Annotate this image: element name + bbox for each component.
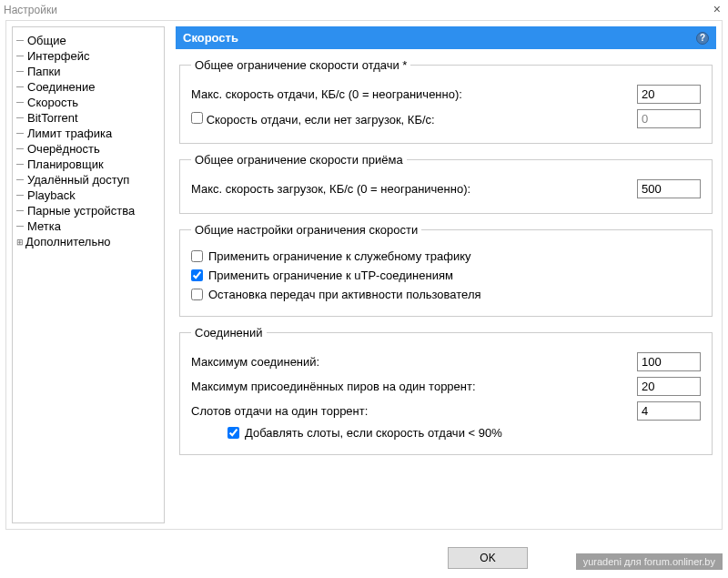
max-peers-input[interactable] — [637, 377, 701, 396]
watermark: yuradeni для forum.onliner.by — [576, 553, 723, 570]
sidebar-item-general[interactable]: Общие — [16, 33, 160, 48]
max-download-label: Макс. скорость загрузок, КБ/с (0 = неогр… — [191, 182, 637, 196]
sidebar-item-queue[interactable]: Очерёдность — [16, 141, 160, 157]
sidebar-item-scheduler[interactable]: Планировщик — [16, 157, 160, 172]
sidebar-item-speed[interactable]: Скорость — [16, 95, 160, 110]
alt-upload-input — [637, 109, 701, 128]
max-download-input[interactable] — [637, 179, 701, 198]
sidebar-item-paired-devices[interactable]: Парные устройства — [16, 203, 160, 218]
titlebar: Настройки × — [0, 0, 728, 20]
upload-limit-legend: Общее ограничение скорости отдачи * — [191, 58, 410, 72]
close-icon[interactable]: × — [713, 2, 721, 16]
max-upload-input[interactable] — [637, 85, 701, 104]
max-peers-label: Максимум присоединённых пиров на один то… — [191, 380, 637, 393]
download-limit-legend: Общее ограничение скорости приёма — [191, 153, 407, 167]
download-limit-group: Общее ограничение скорости приёма Макс. … — [179, 153, 713, 214]
upload-limit-group: Общее ограничение скорости отдачи * Макс… — [179, 58, 713, 144]
content-panel: Скорость ? Общее ограничение скорости от… — [170, 21, 722, 529]
overhead-checkbox[interactable] — [191, 250, 203, 262]
sidebar-item-bittorrent[interactable]: BitTorrent — [16, 110, 160, 126]
connections-group: Соединений Максимум соединений: Максимум… — [179, 326, 713, 455]
utp-label: Применить ограничение к uTP-соединениям — [208, 269, 453, 282]
extra-slots-label: Добавлять слоты, если скорость отдачи < … — [245, 426, 502, 440]
alt-upload-label: Скорость отдачи, если нет загрузок, КБ/с… — [191, 112, 637, 127]
sidebar-item-interface[interactable]: Интерфейс — [16, 48, 160, 64]
alt-upload-checkbox[interactable] — [191, 112, 203, 124]
max-conn-label: Максимум соединений: — [191, 355, 637, 369]
extra-slots-checkbox[interactable] — [228, 427, 239, 439]
sidebar-item-traffic-limit[interactable]: Лимит трафика — [16, 126, 160, 141]
slots-input[interactable] — [637, 401, 701, 421]
sidebar-item-label[interactable]: Метка — [16, 218, 160, 234]
connections-legend: Соединений — [191, 326, 267, 340]
window-title: Настройки — [4, 4, 57, 16]
max-conn-input[interactable] — [637, 352, 701, 371]
rate-settings-group: Общие настройки ограничения скорости При… — [179, 223, 713, 317]
slots-label: Слотов отдачи на один торрент: — [191, 404, 637, 418]
help-icon[interactable]: ? — [696, 32, 709, 45]
sidebar-item-connection[interactable]: Соединение — [16, 79, 160, 95]
section-title: Скорость — [183, 31, 238, 45]
sidebar-item-playback[interactable]: Playback — [16, 188, 160, 203]
stop-label: Остановка передач при активности пользов… — [208, 288, 481, 301]
utp-checkbox[interactable] — [191, 269, 203, 281]
overhead-label: Применить ограничение к служебному трафи… — [208, 249, 471, 263]
sidebar-item-remote[interactable]: Удалённый доступ — [16, 172, 160, 188]
max-upload-label: Макс. скорость отдачи, КБ/с (0 = неогран… — [191, 87, 637, 101]
sidebar-tree[interactable]: Общие Интерфейс Папки Соединение Скорост… — [12, 26, 165, 523]
stop-checkbox[interactable] — [191, 289, 203, 300]
rate-settings-legend: Общие настройки ограничения скорости — [191, 223, 421, 237]
sidebar-item-advanced[interactable]: Дополнительно — [16, 234, 160, 249]
ok-button[interactable]: OK — [448, 547, 528, 569]
sidebar-item-folders[interactable]: Папки — [16, 64, 160, 79]
main-panel: Общие Интерфейс Папки Соединение Скорост… — [5, 20, 723, 530]
section-header: Скорость ? — [176, 26, 716, 49]
